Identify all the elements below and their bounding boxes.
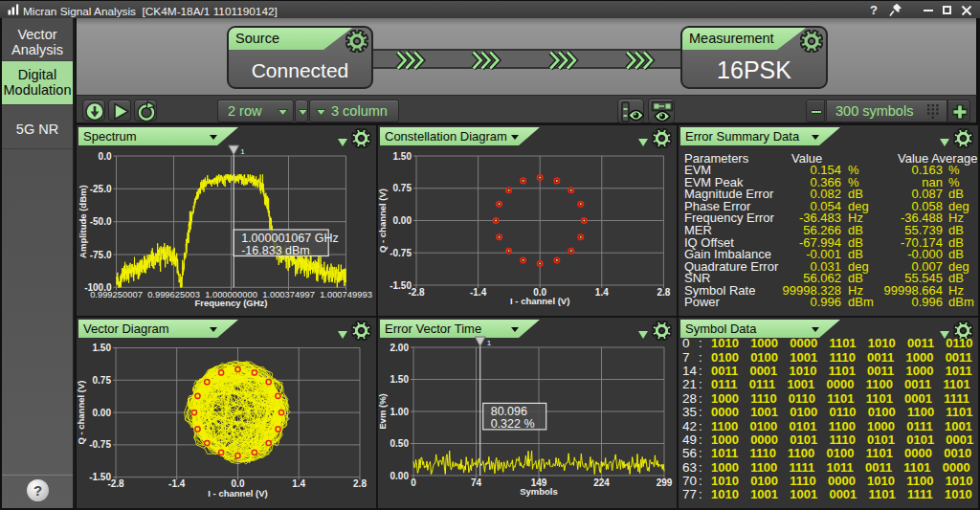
svg-text:0.00: 0.00 — [93, 408, 112, 418]
svg-text:Symbols: Symbols — [520, 486, 558, 497]
svg-text:-1.4: -1.4 — [168, 478, 186, 489]
svg-text:0.75: 0.75 — [393, 183, 412, 193]
svg-text:Amplitude (dBm): Amplitude (dBm) — [78, 185, 88, 258]
svg-text:-2.8: -2.8 — [107, 478, 124, 489]
svg-text:1: 1 — [240, 147, 245, 156]
svg-text:1.4: 1.4 — [595, 287, 609, 298]
svg-text:0.75: 0.75 — [93, 375, 112, 386]
svg-text:Q - channel (V): Q - channel (V) — [378, 188, 388, 253]
svg-text:-25.0: -25.0 — [90, 184, 112, 194]
svg-text:1.000001067 GHz: 1.000001067 GHz — [241, 232, 338, 245]
svg-text:-1.4: -1.4 — [470, 287, 487, 298]
svg-text:Frequency (GHz): Frequency (GHz) — [194, 298, 267, 308]
svg-text:-50.0: -50.0 — [90, 216, 112, 227]
svg-text:0.999250007: 0.999250007 — [90, 289, 143, 299]
svg-text:-2.8: -2.8 — [408, 287, 425, 298]
svg-text:-0.75: -0.75 — [89, 439, 111, 450]
svg-text:1.50: 1.50 — [393, 151, 412, 162]
svg-text:Evm (%): Evm (%) — [378, 393, 388, 429]
svg-text:0.50: 0.50 — [390, 438, 410, 449]
svg-text:1.000749993: 1.000749993 — [320, 289, 372, 299]
svg-text:1.00: 1.00 — [390, 407, 410, 417]
svg-text:2.8: 2.8 — [657, 287, 670, 298]
svg-text:224: 224 — [593, 477, 610, 488]
svg-text:0.999625003: 0.999625003 — [147, 289, 200, 299]
svg-text:Q - channel (V): Q - channel (V) — [77, 381, 86, 445]
svg-text:1.000374997: 1.000374997 — [262, 289, 315, 299]
svg-text:2.00: 2.00 — [390, 343, 410, 353]
svg-text:-16.833 dBm: -16.833 dBm — [241, 244, 310, 257]
svg-text:0: 0 — [411, 477, 416, 488]
svg-text:I - channel (V): I - channel (V) — [208, 488, 267, 499]
svg-text:2.8: 2.8 — [353, 478, 367, 489]
svg-text:80.096: 80.096 — [491, 405, 527, 418]
svg-text:0.0: 0.0 — [99, 151, 112, 162]
svg-text:1.50: 1.50 — [93, 343, 112, 353]
svg-text:0.00: 0.00 — [393, 215, 412, 226]
svg-text:0.00: 0.00 — [390, 471, 410, 481]
svg-text:1.50: 1.50 — [390, 374, 410, 385]
svg-text:I - channel (V): I - channel (V) — [510, 296, 569, 306]
svg-text:1: 1 — [487, 339, 492, 347]
svg-text:299: 299 — [657, 477, 673, 488]
svg-text:-75.0: -75.0 — [90, 250, 112, 260]
svg-text:0.322 %: 0.322 % — [491, 417, 535, 431]
svg-text:74: 74 — [471, 477, 482, 488]
svg-text:-0.75: -0.75 — [390, 248, 412, 258]
svg-text:1.4: 1.4 — [292, 478, 305, 489]
